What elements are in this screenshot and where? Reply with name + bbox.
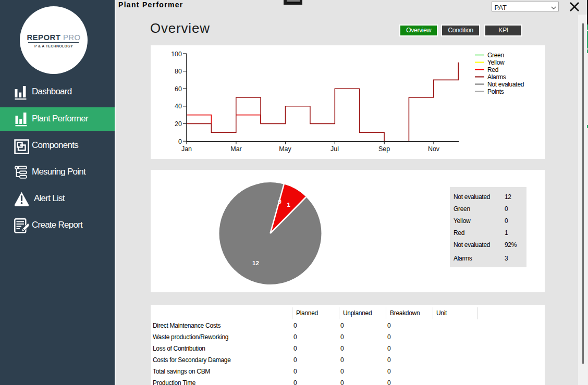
svg-text:Green: Green xyxy=(487,52,504,59)
svg-text:80: 80 xyxy=(175,68,182,75)
svg-text:Sep: Sep xyxy=(378,145,390,153)
svg-text:Jul: Jul xyxy=(330,145,339,153)
svg-text:Red: Red xyxy=(487,66,498,73)
svg-text:40: 40 xyxy=(175,103,182,110)
svg-text:Not evaluated: Not evaluated xyxy=(487,81,524,88)
svg-text:1: 1 xyxy=(287,202,291,208)
svg-text:Alarms: Alarms xyxy=(487,73,506,81)
svg-text:Jan: Jan xyxy=(181,145,192,153)
svg-text:May: May xyxy=(279,145,291,153)
svg-text:Nov: Nov xyxy=(428,145,440,153)
svg-text:Mar: Mar xyxy=(230,145,242,153)
svg-text:12: 12 xyxy=(252,260,259,266)
svg-text:0: 0 xyxy=(278,198,281,205)
svg-text:20: 20 xyxy=(175,120,182,128)
svg-text:60: 60 xyxy=(175,85,182,93)
svg-text:Points: Points xyxy=(487,88,504,95)
svg-text:0: 0 xyxy=(178,138,182,145)
svg-text:100: 100 xyxy=(171,51,182,58)
svg-text:Yellow: Yellow xyxy=(487,59,505,66)
